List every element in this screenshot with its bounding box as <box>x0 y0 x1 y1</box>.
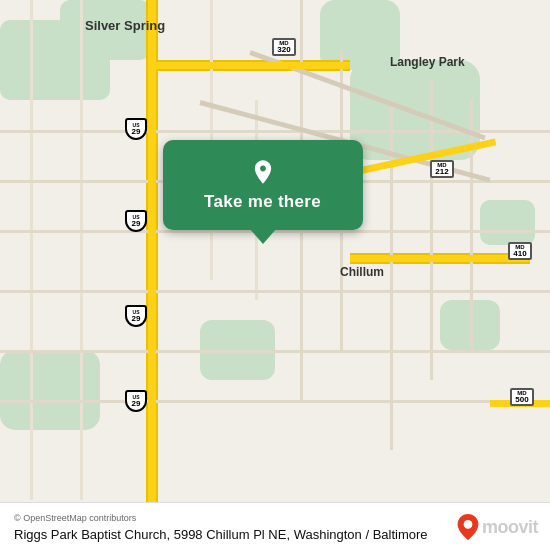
map-container: Silver Spring Langley Park Chillum US 29… <box>0 0 550 550</box>
road-horiz <box>0 290 550 293</box>
cta-container[interactable]: Take me there <box>155 140 370 230</box>
shield-us29-3: US 29 <box>125 118 147 140</box>
shield-md500: MD 500 <box>510 388 534 406</box>
location-pin-icon <box>249 158 277 186</box>
cta-button-text: Take me there <box>204 192 321 212</box>
road-minor <box>30 0 33 500</box>
address-text: Riggs Park Baptist Church, 5998 Chillum … <box>14 527 290 542</box>
shield-us29-4: US 29 <box>125 390 147 412</box>
shield-md320: MD 320 <box>272 38 296 56</box>
shield-md212: MD 212 <box>430 160 454 178</box>
moovit-pin-icon <box>457 514 479 540</box>
label-langley-park: Langley Park <box>390 55 465 69</box>
svg-point-0 <box>464 520 473 529</box>
road-us29 <box>148 0 156 550</box>
road-horiz <box>0 400 550 403</box>
shield-md410: MD 410 <box>508 242 532 260</box>
label-silver-spring: Silver Spring <box>85 18 165 33</box>
road-md410 <box>350 255 530 262</box>
moovit-text: moovit <box>482 517 538 538</box>
park-area <box>480 200 535 245</box>
label-chillum: Chillum <box>340 265 384 279</box>
shield-us29-2: US 29 <box>125 210 147 232</box>
road-horiz <box>0 350 550 353</box>
cta-green-box[interactable]: Take me there <box>163 140 363 230</box>
road-minor <box>470 100 473 350</box>
road-minor <box>80 0 83 500</box>
road-md320 <box>150 62 350 69</box>
park-area <box>0 350 100 430</box>
city-text: Washington / Baltimore <box>294 527 428 542</box>
shield-us29-1: US 29 <box>125 305 147 327</box>
moovit-logo: moovit <box>457 514 538 540</box>
